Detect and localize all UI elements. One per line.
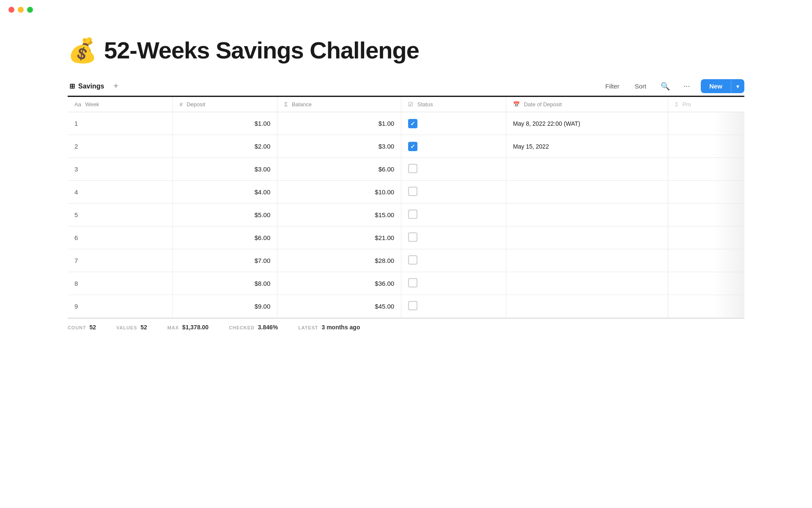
- footer-values-value: 52: [140, 324, 147, 331]
- checkbox-unchecked[interactable]: [408, 255, 417, 265]
- cell-balance-5: $21.00: [277, 226, 401, 249]
- cell-week-6: 7: [68, 249, 173, 272]
- sort-button[interactable]: Sort: [631, 81, 650, 91]
- cell-status-6[interactable]: [401, 249, 506, 272]
- table-row[interactable]: 3$3.00$6.00: [68, 158, 744, 181]
- col-header-pro[interactable]: Σ Pro: [668, 97, 744, 112]
- cell-balance-3: $10.00: [277, 181, 401, 204]
- cell-pro-5: [668, 226, 744, 249]
- footer-max: MAX $1,378.00: [167, 324, 208, 331]
- col-header-date[interactable]: 📅 Date of Deposit: [506, 97, 668, 112]
- cell-deposit-6: $7.00: [173, 249, 277, 272]
- cell-balance-7: $36.00: [277, 272, 401, 295]
- cell-pro-3: [668, 181, 744, 204]
- col-date-label: Date of Deposit: [524, 101, 562, 108]
- table-row[interactable]: 5$5.00$15.00: [68, 204, 744, 226]
- cell-deposit-2: $3.00: [173, 158, 277, 181]
- table-row[interactable]: 1$1.00$1.00May 8, 2022 22:00 (WAT): [68, 112, 744, 135]
- cell-deposit-4: $5.00: [173, 204, 277, 226]
- cell-pro-6: [668, 249, 744, 272]
- col-balance-label: Balance: [292, 101, 312, 108]
- hash-icon: #: [179, 101, 182, 108]
- cell-week-2: 3: [68, 158, 173, 181]
- more-options-button[interactable]: ···: [681, 80, 692, 92]
- cell-status-8[interactable]: [401, 295, 506, 318]
- cell-deposit-7: $8.00: [173, 272, 277, 295]
- new-dropdown-button[interactable]: ▾: [731, 79, 744, 93]
- tab-savings[interactable]: ⊞ Savings: [68, 80, 106, 92]
- checkbox-checked[interactable]: [408, 142, 417, 151]
- close-button[interactable]: [8, 7, 14, 13]
- table-row[interactable]: 9$9.00$45.00: [68, 295, 744, 318]
- cell-balance-0: $1.00: [277, 112, 401, 135]
- cell-date-4: [506, 204, 668, 226]
- footer-latest-value: 3 months ago: [321, 324, 360, 331]
- checkbox-unchecked[interactable]: [408, 232, 417, 242]
- col-header-week[interactable]: Aa Week: [68, 97, 173, 112]
- cell-status-3[interactable]: [401, 181, 506, 204]
- cell-balance-6: $28.00: [277, 249, 401, 272]
- cell-date-3: [506, 181, 668, 204]
- cell-status-7[interactable]: [401, 272, 506, 295]
- cell-week-8: 9: [68, 295, 173, 318]
- cell-status-0[interactable]: [401, 112, 506, 135]
- cell-status-1[interactable]: [401, 135, 506, 158]
- col-header-deposit[interactable]: # Deposit: [173, 97, 277, 112]
- search-button[interactable]: 🔍: [658, 80, 672, 93]
- cell-deposit-3: $4.00: [173, 181, 277, 204]
- col-header-balance[interactable]: Σ Balance: [277, 97, 401, 112]
- cell-pro-2: [668, 158, 744, 181]
- checkbox-unchecked[interactable]: [408, 301, 417, 310]
- checkbox-unchecked[interactable]: [408, 210, 417, 219]
- cell-balance-2: $6.00: [277, 158, 401, 181]
- table-wrapper: Aa Week # Deposit Σ Balance ☑ Status: [68, 97, 744, 336]
- table-row[interactable]: 8$8.00$36.00: [68, 272, 744, 295]
- cell-deposit-8: $9.00: [173, 295, 277, 318]
- text-icon: Aa: [74, 101, 81, 108]
- footer-count-value: 52: [90, 324, 96, 331]
- col-header-status[interactable]: ☑ Status: [401, 97, 506, 112]
- cell-date-6: [506, 249, 668, 272]
- sum-icon: Σ: [284, 101, 288, 108]
- filter-button[interactable]: Filter: [602, 81, 623, 91]
- cell-status-2[interactable]: [401, 158, 506, 181]
- table-row[interactable]: 6$6.00$21.00: [68, 226, 744, 249]
- col-deposit-label: Deposit: [187, 101, 205, 108]
- toolbar-right: Filter Sort 🔍 ··· New ▾: [602, 79, 744, 93]
- cell-pro-7: [668, 272, 744, 295]
- checkbox-unchecked[interactable]: [408, 164, 417, 173]
- cell-balance-1: $3.00: [277, 135, 401, 158]
- new-button[interactable]: New: [701, 79, 731, 93]
- toolbar-left: ⊞ Savings +: [68, 80, 121, 92]
- table-icon: ⊞: [69, 82, 75, 90]
- cell-deposit-5: $6.00: [173, 226, 277, 249]
- page-title: 52-Weeks Savings Challenge: [104, 36, 419, 64]
- maximize-button[interactable]: [27, 7, 33, 13]
- add-view-button[interactable]: +: [111, 80, 121, 92]
- footer-values-label: VALUES: [116, 325, 137, 330]
- minimize-button[interactable]: [18, 7, 24, 13]
- new-button-group: New ▾: [701, 79, 744, 93]
- cell-status-4[interactable]: [401, 204, 506, 226]
- footer-count: COUNT 52: [68, 324, 96, 331]
- footer-count-label: COUNT: [68, 325, 86, 330]
- cell-date-1: May 15, 2022: [506, 135, 668, 158]
- footer-latest: LATEST 3 months ago: [298, 324, 360, 331]
- cell-pro-8: [668, 295, 744, 318]
- footer-checked-value: 3.846%: [258, 324, 278, 331]
- table-row[interactable]: 2$2.00$3.00May 15, 2022: [68, 135, 744, 158]
- table-footer: COUNT 52 VALUES 52 MAX $1,378.00 CHECKED…: [68, 318, 744, 336]
- checkbox-unchecked[interactable]: [408, 278, 417, 287]
- checkbox-unchecked[interactable]: [408, 187, 417, 196]
- cell-status-5[interactable]: [401, 226, 506, 249]
- footer-max-value: $1,378.00: [182, 324, 208, 331]
- footer-checked: CHECKED 3.846%: [229, 324, 278, 331]
- table-row[interactable]: 4$4.00$10.00: [68, 181, 744, 204]
- table-body: 1$1.00$1.00May 8, 2022 22:00 (WAT)2$2.00…: [68, 112, 744, 318]
- table-header: Aa Week # Deposit Σ Balance ☑ Status: [68, 97, 744, 112]
- cell-balance-4: $15.00: [277, 204, 401, 226]
- table-row[interactable]: 7$7.00$28.00: [68, 249, 744, 272]
- savings-table: Aa Week # Deposit Σ Balance ☑ Status: [68, 97, 744, 318]
- footer-checked-label: CHECKED: [229, 325, 255, 330]
- checkbox-checked[interactable]: [408, 119, 417, 128]
